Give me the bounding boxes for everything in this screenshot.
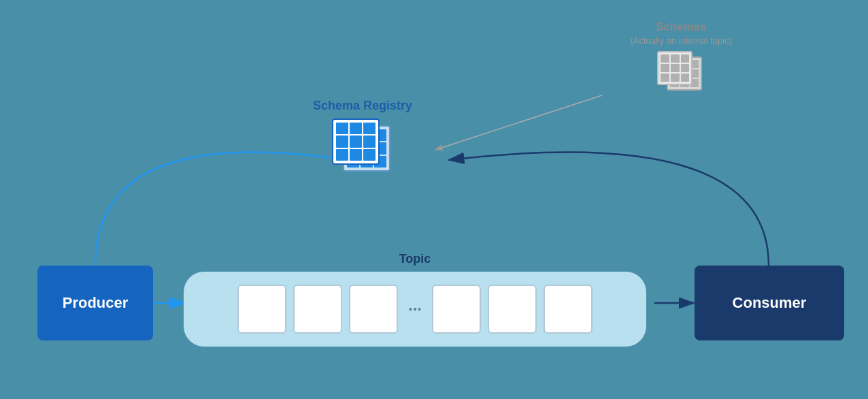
schemas-icon-front <box>657 51 692 85</box>
topic-block-5 <box>488 285 537 334</box>
consumer-box: Consumer <box>695 266 844 340</box>
schemas-wrapper: Schemas (Actually an internal topic) <box>630 20 732 95</box>
schema-registry-wrapper: Schema Registry <box>313 99 412 176</box>
topic-block-3 <box>349 285 398 334</box>
schemas-icon <box>657 51 705 95</box>
topic-block-4 <box>432 285 481 334</box>
registry-icon-front <box>332 118 380 165</box>
diagram-container: Producer Topic ··· Consumer Schema Regis… <box>0 0 868 399</box>
schemas-sublabel: (Actually an internal topic) <box>630 35 732 46</box>
producer-to-registry-arrow <box>95 153 347 266</box>
topic-dots: ··· <box>405 300 425 319</box>
schema-registry-icon <box>332 118 393 176</box>
topic-block-2 <box>293 285 342 334</box>
topic-wrapper: Topic ··· <box>184 252 646 347</box>
consumer-label: Consumer <box>733 294 807 312</box>
schema-registry-label: Schema Registry <box>313 99 412 113</box>
topic-label: Topic <box>184 252 646 266</box>
schemas-to-registry-line <box>435 95 602 150</box>
topic-container: ··· <box>184 272 646 347</box>
producer-box: Producer <box>37 266 153 340</box>
topic-block-6 <box>544 285 592 334</box>
schemas-label: Schemas <box>630 20 732 34</box>
consumer-to-registry-arrow <box>449 153 769 266</box>
topic-block-1 <box>237 285 286 334</box>
producer-label: Producer <box>63 294 129 312</box>
